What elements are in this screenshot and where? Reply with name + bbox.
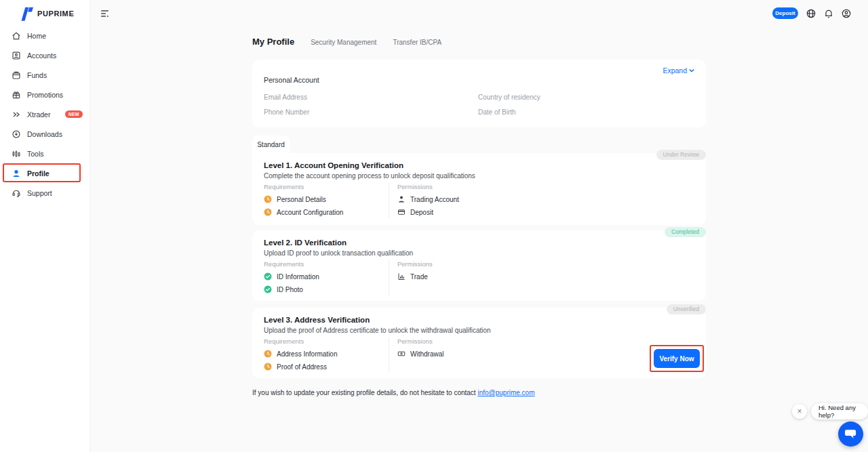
home-icon — [12, 31, 21, 41]
done-check-icon — [264, 272, 272, 281]
sidebar-item-xtrader[interactable]: Xtrader NEW — [0, 104, 90, 124]
requirements-column: Requirements Address Information Proof o… — [264, 337, 386, 371]
field-label-country: Country of residency — [478, 94, 540, 101]
globe-icon[interactable] — [806, 8, 816, 19]
permission-item: Trading Account — [397, 195, 459, 203]
sidebar-item-label: Home — [27, 32, 46, 40]
field-label-dob: Date of Birth — [478, 108, 516, 116]
permission-label: Trade — [410, 273, 428, 281]
deposit-icon — [397, 208, 406, 216]
puprime-logo-icon — [20, 6, 33, 21]
tab-security-management[interactable]: Security Management — [311, 39, 376, 46]
permission-label: Trading Account — [410, 196, 459, 203]
status-badge: Under Review — [656, 150, 706, 160]
downloads-icon — [12, 129, 21, 139]
sidebar-item-profile[interactable]: Profile — [0, 163, 90, 183]
sidebar-item-accounts[interactable]: Accounts — [0, 45, 90, 65]
field-label-phone: Phone Number — [264, 108, 309, 116]
requirement-label: ID Photo — [277, 286, 303, 293]
expand-label: Expand — [663, 66, 687, 75]
sidebar-nav: Home Accounts Funds Promotions — [0, 26, 90, 203]
level-2-card: Completed Level 2. ID Verification Uploa… — [252, 230, 706, 301]
sidebar-item-label: Xtrader — [27, 110, 50, 119]
sidebar-item-home[interactable]: Home — [0, 26, 90, 45]
permission-item: Trade — [397, 272, 433, 281]
status-badge: Completed — [665, 227, 706, 237]
chat-greeting-bubble[interactable]: Hi. Need any help? — [811, 403, 868, 419]
requirement-item: Personal Details — [264, 195, 386, 203]
sidebar-item-label: Support — [27, 189, 52, 197]
permission-item: Deposit — [397, 208, 459, 216]
pending-clock-icon — [264, 195, 272, 203]
permissions-column: Permissions Trading Account Deposit — [389, 183, 459, 218]
requirements-column: Requirements ID Information ID Photo — [264, 260, 386, 293]
brand-name: PUPRIME — [37, 9, 74, 18]
brand-logo[interactable]: PUPRIME — [20, 6, 74, 21]
pending-clock-icon — [264, 208, 272, 216]
support-icon — [12, 188, 21, 198]
tab-standard[interactable]: Standard — [252, 136, 290, 153]
footer-text: If you wish to update your existing prof… — [252, 389, 477, 396]
permissions-header: Permissions — [397, 183, 459, 190]
chevron-down-icon — [689, 68, 694, 73]
sidebar-item-support[interactable]: Support — [0, 183, 90, 203]
funds-icon — [12, 70, 21, 80]
sidebar-item-funds[interactable]: Funds — [0, 65, 90, 85]
promotions-icon — [12, 90, 21, 100]
close-icon: × — [797, 407, 802, 416]
profile-tabs: My Profile Security Management Transfer … — [252, 37, 441, 47]
chat-launcher-button[interactable] — [838, 422, 863, 447]
deposit-button[interactable]: Deposit — [772, 7, 798, 19]
level-3-card: Unverified Level 3. Address Verification… — [252, 308, 706, 378]
chat-bubble-icon — [844, 428, 857, 440]
tools-icon — [12, 149, 21, 159]
level-1-card: Under Review Level 1. Account Opening Ve… — [252, 153, 706, 225]
sidebar-item-label: Accounts — [27, 52, 56, 60]
account-icon[interactable] — [841, 8, 852, 19]
trading-account-icon — [397, 195, 406, 203]
sidebar: PUPRIME Home Accounts Funds — [0, 0, 90, 452]
expand-toggle[interactable]: Expand — [663, 66, 694, 75]
requirement-label: ID Information — [277, 273, 319, 281]
requirements-header: Requirements — [264, 183, 386, 190]
sidebar-item-label: Tools — [27, 150, 44, 158]
bell-icon[interactable] — [823, 8, 834, 19]
level-title: Level 1. Account Opening Verification — [264, 161, 403, 169]
sidebar-item-label: Downloads — [27, 130, 62, 138]
requirement-label: Account Configuration — [277, 209, 343, 216]
trade-icon — [397, 272, 406, 281]
requirements-header: Requirements — [264, 260, 386, 268]
level-description: Upload the proof of Address certificate … — [264, 327, 491, 334]
personal-account-title: Personal Account — [264, 76, 319, 84]
sidebar-item-downloads[interactable]: Downloads — [0, 124, 90, 144]
field-label-email: Email Address — [264, 94, 307, 101]
app: PUPRIME Home Accounts Funds — [0, 0, 868, 452]
verify-now-button[interactable]: Verify Now — [654, 349, 700, 368]
permissions-header: Permissions — [397, 260, 433, 268]
personal-account-card: Expand Personal Account Email Address Ph… — [252, 60, 706, 127]
accounts-icon — [12, 51, 21, 60]
requirements-header: Requirements — [264, 337, 386, 345]
sidebar-item-tools[interactable]: Tools — [0, 144, 90, 163]
tab-transfer-ib-cpa[interactable]: Transfer IB/CPA — [393, 39, 441, 46]
requirement-label: Proof of Address — [277, 363, 327, 371]
sidebar-item-promotions[interactable]: Promotions — [0, 85, 90, 104]
requirement-item: Account Configuration — [264, 208, 386, 216]
level-title: Level 2. ID Verification — [264, 239, 347, 247]
status-badge: Unverified — [667, 304, 706, 314]
requirement-item: Proof of Address — [264, 363, 386, 371]
requirement-label: Address Information — [277, 350, 338, 358]
contact-email-link[interactable]: info@puprime.com — [477, 389, 534, 396]
menu-fold-icon[interactable] — [99, 8, 111, 19]
chat-close-button[interactable]: × — [792, 404, 807, 419]
permission-label: Deposit — [410, 209, 433, 216]
level-description: Complete the account opening process to … — [264, 172, 475, 180]
tab-my-profile[interactable]: My Profile — [252, 37, 294, 47]
permission-label: Withdrawal — [410, 350, 443, 358]
level-description: Upload ID proof to unlock transaction qu… — [264, 249, 413, 257]
sidebar-item-label: Promotions — [27, 91, 63, 99]
permissions-column: Permissions Trade — [389, 260, 433, 295]
requirement-item: Address Information — [264, 350, 386, 358]
permissions-column: Permissions Withdrawal — [389, 337, 443, 373]
requirement-label: Personal Details — [277, 196, 326, 203]
